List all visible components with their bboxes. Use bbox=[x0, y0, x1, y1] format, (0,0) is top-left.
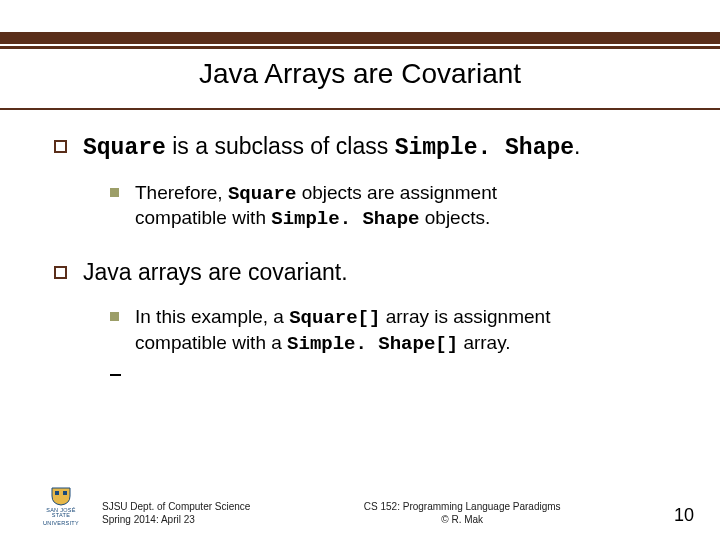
title-underline bbox=[0, 108, 720, 110]
text: array. bbox=[458, 332, 510, 353]
slide-title: Java Arrays are Covariant bbox=[0, 58, 720, 90]
footer-course: CS 152: Programming Language Paradigms ©… bbox=[250, 501, 674, 526]
code-text: Simple. Shape[] bbox=[287, 333, 458, 355]
footer-dept: SJSU Dept. of Computer Science Spring 20… bbox=[102, 501, 250, 526]
logo-text-top: SAN JOSÉ STATE bbox=[38, 508, 84, 519]
text: objects. bbox=[419, 207, 490, 228]
text: Java arrays are covariant. bbox=[83, 258, 348, 287]
bullet-level1-b: Java arrays are covariant. bbox=[54, 258, 666, 287]
text: Spring 2014: April 23 bbox=[102, 514, 250, 527]
bullet-level2-b: In this example, a Square[] array is ass… bbox=[110, 305, 666, 356]
code-text: Square bbox=[83, 135, 166, 161]
filled-square-bullet-icon bbox=[110, 188, 119, 197]
svg-rect-1 bbox=[63, 491, 67, 495]
text: CS 152: Programming Language Paradigms bbox=[250, 501, 674, 514]
text-cursor-icon bbox=[110, 374, 121, 376]
text: SJSU Dept. of Computer Science bbox=[102, 501, 250, 514]
svg-rect-0 bbox=[55, 491, 59, 495]
bullet-level1-a: Square is a subclass of class Simple. Sh… bbox=[54, 132, 666, 163]
slide-footer: SAN JOSÉ STATE UNIVERSITY SJSU Dept. of … bbox=[0, 486, 720, 527]
square-bullet-icon bbox=[54, 140, 67, 153]
filled-square-bullet-icon bbox=[110, 312, 119, 321]
code-text: Square bbox=[228, 183, 296, 205]
bullet-level2-a: Therefore, Square objects are assignment… bbox=[110, 181, 666, 232]
code-text: Simple. Shape bbox=[395, 135, 574, 161]
text: is a subclass of class bbox=[166, 133, 395, 159]
text: In this example, a bbox=[135, 306, 289, 327]
shield-icon bbox=[50, 486, 72, 506]
top-decor-bars bbox=[0, 32, 720, 49]
page-number: 10 bbox=[674, 505, 694, 526]
code-text: Simple. Shape bbox=[271, 208, 419, 230]
logo-text-bottom: UNIVERSITY bbox=[43, 521, 79, 527]
square-bullet-icon bbox=[54, 266, 67, 279]
text: . bbox=[574, 133, 580, 159]
slide-content: Square is a subclass of class Simple. Sh… bbox=[0, 132, 720, 380]
text: Therefore, bbox=[135, 182, 228, 203]
text: © R. Mak bbox=[250, 514, 674, 527]
code-text: Square[] bbox=[289, 307, 380, 329]
sjsu-logo: SAN JOSÉ STATE UNIVERSITY bbox=[38, 486, 84, 527]
